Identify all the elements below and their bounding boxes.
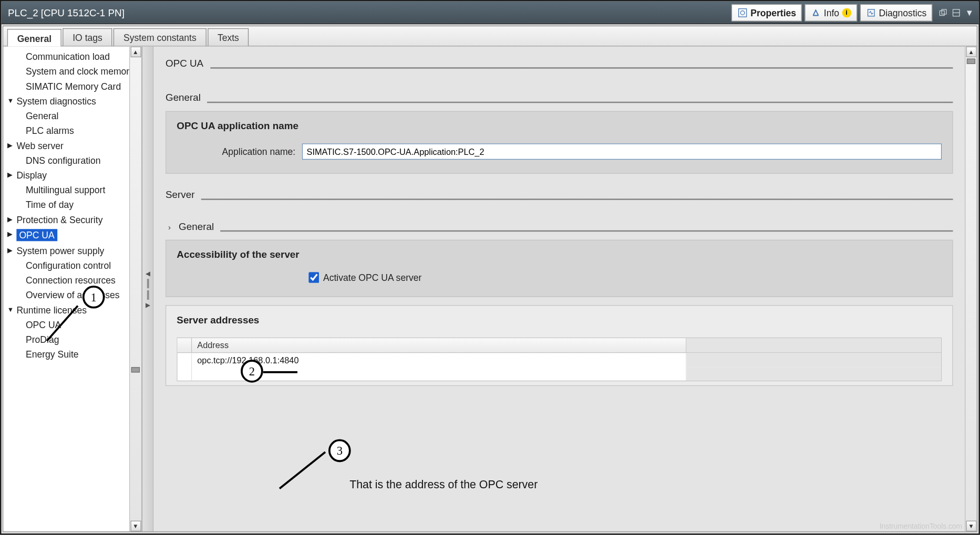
caret-down-icon: ▼	[7, 97, 14, 104]
tree-item[interactable]: Connection resources	[3, 273, 129, 288]
tree-item-label: General	[26, 110, 59, 121]
tab-diagnostics[interactable]: Diagnostics	[860, 4, 933, 21]
section-sub-general-label: General	[179, 221, 214, 232]
ptab-general[interactable]: General	[7, 29, 61, 46]
ptab-system-constants[interactable]: System constants	[114, 28, 206, 46]
group-accessibility: Accessibility of the server Activate OPC…	[166, 240, 953, 297]
tree-item-label: Connection resources	[26, 275, 116, 286]
row-app-name: Application name:	[177, 143, 942, 160]
splitter[interactable]: ◀ ▶	[142, 47, 154, 532]
address-row[interactable]: opc.tcp://192.168.0.1:4840	[178, 353, 941, 367]
content-scroll-down-icon[interactable]: ▼	[966, 521, 976, 532]
content-scroll-track[interactable]	[965, 57, 976, 521]
ptab-texts[interactable]: Texts	[208, 28, 249, 46]
content-pane: OPC UA General OPC UA application name A…	[153, 47, 976, 532]
address-cell: opc.tcp://192.168.0.1:4840	[192, 353, 686, 367]
tab-info-label: Info	[824, 7, 839, 18]
caret-right-icon: ▶	[7, 216, 13, 223]
address-table: Address opc.tcp://192.168.0.1:4840 .	[177, 338, 942, 381]
tree-item[interactable]: Configuration control	[3, 258, 129, 272]
tree-item-selected[interactable]: OPC UA	[16, 229, 57, 241]
row-gutter	[178, 353, 192, 367]
scroll-track[interactable]	[130, 57, 141, 521]
dropdown-icon[interactable]: ▼	[964, 7, 975, 18]
tab-info[interactable]: Info i	[804, 4, 857, 21]
section-sub-general[interactable]: › General	[166, 221, 953, 232]
tree-item-label: OPC UA	[26, 319, 61, 330]
tree-item-label: System and clock memory	[26, 66, 129, 77]
tree-item[interactable]: Energy Suite	[3, 347, 129, 362]
section-opcua: OPC UA	[166, 57, 953, 69]
tree-item[interactable]: ProDiag	[3, 332, 129, 347]
svg-point-1	[740, 11, 745, 15]
navigation-tree[interactable]: Communication loadSystem and clock memor…	[3, 47, 129, 532]
tab-diagnostics-label: Diagnostics	[879, 7, 926, 18]
content-scroll-up-icon[interactable]: ▲	[966, 47, 976, 58]
watermark: InstrumentationTools.com	[880, 522, 962, 530]
tree-item[interactable]: OPC UA	[3, 317, 129, 332]
tree-item-label: System power supply	[16, 245, 104, 256]
tree-item-label: Configuration control	[26, 260, 111, 271]
tree-item-label: OPC UA	[19, 230, 54, 241]
tree-item[interactable]: DNS configuration	[3, 153, 129, 167]
app-name-label: Application name:	[177, 146, 295, 157]
tree-item[interactable]: System and clock memory	[3, 64, 129, 79]
tree-item[interactable]: Multilingual support	[3, 183, 129, 197]
body-split: Communication loadSystem and clock memor…	[3, 47, 976, 532]
minimize-icon[interactable]	[951, 7, 962, 18]
ptab-io-tags[interactable]: IO tags	[63, 28, 112, 46]
properties-icon	[737, 7, 748, 18]
tree-item[interactable]: PLC alarms	[3, 123, 129, 138]
window-controls: ▼	[934, 7, 978, 18]
group-server-addresses-title: Server addresses	[177, 314, 942, 326]
tree-item-label: Display	[16, 170, 47, 181]
tree-item[interactable]: ▶System power supply	[3, 243, 129, 258]
tree-item[interactable]: ▼Runtime licenses	[3, 302, 129, 317]
property-tabs: General IO tags System constants Texts	[3, 26, 976, 46]
tree-item[interactable]: SIMATIC Memory Card	[3, 79, 129, 93]
navigation-tree-pane: Communication loadSystem and clock memor…	[3, 47, 142, 532]
tree-item-label: ProDiag	[26, 334, 59, 345]
address-table-header: Address	[178, 338, 941, 353]
group-app-name: OPC UA application name Application name…	[166, 111, 953, 174]
tree-item[interactable]: Time of day	[3, 197, 129, 212]
restore-icon[interactable]	[938, 7, 948, 18]
tree-item[interactable]: ▶OPC UA	[3, 227, 129, 243]
tree-item[interactable]: ▼System diagnostics	[3, 93, 129, 108]
tree-item-label: Energy Suite	[26, 349, 79, 360]
address-col-header: Address	[192, 338, 686, 352]
content-scrollbar[interactable]: ▲ ▼	[965, 47, 977, 532]
tree-scrollbar[interactable]: ▲ ▼	[129, 47, 141, 532]
scroll-up-icon[interactable]: ▲	[130, 47, 141, 58]
tree-item[interactable]: ▶Protection & Security	[3, 212, 129, 227]
tree-item[interactable]: ▶Display	[3, 167, 129, 182]
tree-item-label: Time of day	[26, 200, 74, 211]
section-server: Server	[166, 188, 953, 200]
tab-properties-label: Properties	[750, 7, 796, 18]
caret-right-icon: ▶	[7, 247, 13, 254]
tree-item-label: Runtime licenses	[16, 305, 87, 316]
app-name-input[interactable]	[302, 143, 942, 160]
tab-properties[interactable]: Properties	[731, 4, 802, 21]
info-icon	[811, 7, 821, 18]
tree-item-label: System diagnostics	[16, 96, 96, 107]
tree-item[interactable]: General	[3, 109, 129, 123]
caret-right-icon: ▶	[7, 141, 13, 149]
row-activate: Activate OPC UA server	[177, 272, 942, 283]
tree-item-label: Web server	[16, 140, 64, 151]
tree-item[interactable]: ▶Web server	[3, 138, 129, 153]
info-badge-icon: i	[842, 8, 851, 17]
window-frame: PLC_2 [CPU 1512C-1 PN] Properties Info i…	[0, 0, 980, 535]
svg-rect-4	[940, 11, 944, 15]
activate-opcua-label: Activate OPC UA server	[323, 272, 421, 283]
tree-item-label: Protection & Security	[16, 214, 102, 225]
chevron-right-icon: ›	[168, 222, 171, 232]
tree-item[interactable]: Overview of addresses	[3, 288, 129, 302]
content-scroll: OPC UA General OPC UA application name A…	[153, 47, 965, 532]
group-app-name-title: OPC UA application name	[177, 120, 942, 131]
scroll-down-icon[interactable]: ▼	[130, 521, 141, 532]
activate-opcua-checkbox[interactable]	[308, 272, 319, 283]
window-title: PLC_2 [CPU 1512C-1 PN]	[2, 7, 125, 18]
tree-item-label: Communication load	[26, 51, 110, 62]
tree-item[interactable]: Communication load	[3, 49, 129, 64]
